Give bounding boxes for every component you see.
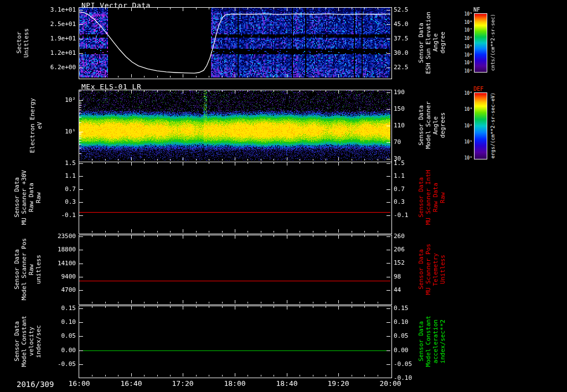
ytick-mark: [79, 250, 83, 250]
right-axis-title-acceleration: Sensor Data Model Constant acceleration …: [417, 306, 446, 376]
ytick-minor: [79, 137, 81, 137]
xtick-mark: [274, 162, 274, 164]
xtick-mark: [378, 162, 378, 164]
axis-title-line: Raw: [35, 192, 42, 203]
xtick-mark: [157, 8, 158, 9]
ytick-mark: [79, 264, 83, 264]
axis-title-line: Raw Data: [432, 183, 439, 212]
xtick-mark: [118, 162, 118, 164]
xtick-mark: [131, 157, 132, 161]
xtick-mark: [157, 90, 158, 92]
tplot-figure: 3.1e+012.5e+011.9e+011.2e+016.2e+0052.54…: [0, 0, 567, 392]
axis-title-line: MU Scanner Pos: [425, 244, 432, 295]
xtick-mark: [196, 8, 197, 9]
xtick-mark: [287, 300, 287, 303]
xtick-mark: [196, 302, 197, 303]
axis-title-line: Model Constant: [20, 316, 28, 367]
y-axis-title-electron-energy: Electron Energy eV: [29, 90, 43, 161]
ytick-minor: [79, 148, 81, 148]
xtick-mark: [338, 162, 339, 166]
right-ytick-mark: [386, 163, 390, 164]
colorbar-tick-label: 10⁴: [449, 53, 472, 58]
ytick-mark: [79, 132, 83, 132]
xtick-mark: [364, 302, 365, 303]
xtick-mark: [313, 375, 313, 376]
xtick-mark: [105, 306, 106, 308]
ytick-minor: [79, 138, 81, 139]
xtick-mark: [131, 373, 132, 376]
axis-title-line: Electron Energy: [29, 98, 36, 153]
xtick-mark: [326, 375, 326, 376]
xtick-mark: [261, 306, 261, 308]
colorbar-tick-label: 10⁰: [449, 156, 472, 161]
xtick-mark: [196, 231, 197, 233]
axis-title-line: index/sec: [35, 325, 42, 358]
ytick-mark: [79, 53, 83, 54]
axis-title-line: Sensor Data: [417, 177, 425, 218]
xtick-mark: [92, 375, 92, 376]
xtick-mark: [287, 8, 287, 11]
xtick-mark: [326, 231, 326, 233]
xtick-mark: [352, 8, 352, 9]
xtick-mark: [170, 8, 171, 9]
axis-title-line: MU Scanner IntH: [425, 170, 432, 225]
xtick-mark: [170, 90, 171, 92]
xtick-mark: [287, 157, 287, 161]
xtick-mark: [261, 162, 261, 164]
xtick-mark: [248, 90, 248, 92]
panel-2-series-line: [79, 212, 390, 213]
right-ytick-mark: [386, 159, 390, 159]
right-ytick-mark: [386, 53, 390, 54]
xtick-mark: [196, 235, 197, 237]
xtick-mark: [338, 306, 339, 310]
xtick-mark: [92, 76, 92, 78]
xtick-mark: [157, 76, 158, 78]
colorbar-tick-label: 10³: [449, 60, 472, 65]
right-ytick-mark: [386, 126, 390, 126]
xtick-mark: [144, 76, 145, 78]
xtick-mark: [248, 235, 248, 237]
xtick-mark: [170, 302, 171, 303]
right-ytick-mark: [386, 68, 390, 68]
axis-title-line: MU Scanner +30V: [20, 170, 28, 225]
xtick-mark: [235, 373, 235, 376]
ytick-mark: [79, 10, 83, 11]
xtick-mark: [222, 306, 223, 308]
ytick-minor: [79, 102, 81, 102]
xtick-mark: [274, 76, 274, 78]
xtick-mark: [144, 235, 145, 237]
axis-title-line: degrees: [439, 112, 446, 138]
colorbar-tick-label: 10²: [449, 69, 472, 74]
colorbar-tick-label: 10²: [449, 123, 472, 128]
xtick-mark: [131, 306, 132, 310]
xtick-mark: [352, 162, 352, 164]
time-tick-label: 18:00: [218, 380, 251, 388]
xtick-mark: [338, 229, 339, 233]
panel-box-0: [79, 7, 392, 79]
ytick-mark: [79, 290, 83, 291]
time-tick-label: 19:20: [322, 380, 355, 388]
time-tick-label: 16:40: [115, 380, 148, 388]
colorbar-units-text: ergs/(cm**2-sr-sec-eV): [489, 92, 497, 158]
xtick-mark: [248, 375, 248, 376]
xtick-mark: [364, 306, 365, 308]
ytick-minor: [79, 110, 81, 110]
ytick-minor: [79, 107, 81, 108]
ytick-mark: [79, 39, 83, 39]
xtick-mark: [313, 90, 313, 92]
ytick-mark: [79, 308, 83, 309]
ytick-minor: [79, 104, 81, 104]
axis-title-line: Sensor Data: [13, 249, 20, 290]
ytick-mark: [79, 277, 83, 277]
right-ytick-mark: [386, 336, 390, 337]
ytick-minor: [79, 105, 81, 106]
ytick-minor: [79, 141, 81, 142]
xtick-mark: [248, 76, 248, 78]
right-axis-title-mu-scanner-pos: Sensor Data MU Scanner Pos Telemetry Uni…: [417, 235, 446, 303]
xtick-mark: [364, 76, 365, 78]
right-ytick-mark: [386, 250, 390, 250]
xtick-mark: [118, 76, 118, 78]
panel-title-npi: NPI Vector Data: [81, 1, 151, 9]
colorbar-tick-label: 10⁵: [449, 44, 472, 49]
axis-title-line: index/sec**2: [439, 319, 446, 363]
